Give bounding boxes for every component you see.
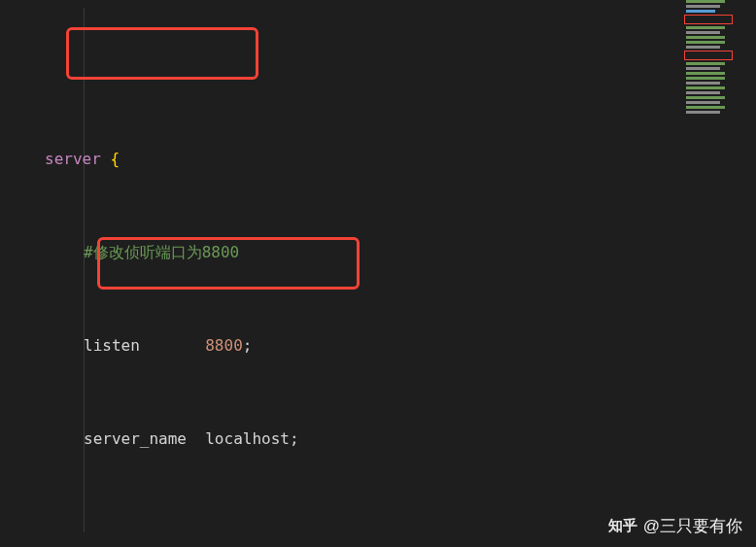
minimap-line [686, 46, 720, 49]
minimap-line [686, 41, 725, 44]
zhihu-logo-icon: 知乎 [608, 517, 637, 535]
port: 8800 [205, 336, 243, 355]
minimap-line [686, 5, 720, 8]
highlight-box-1 [66, 27, 258, 80]
minimap[interactable] [678, 0, 756, 175]
code-line: server_name localhost; [10, 427, 756, 451]
minimap-line [686, 77, 725, 80]
minimap-line [686, 0, 725, 3]
directive: listen [84, 336, 205, 355]
minimap-line [686, 101, 720, 104]
code-line: listen 8800; [10, 334, 756, 358]
minimap-line [686, 26, 725, 29]
minimap-line [686, 111, 720, 114]
code-line: server { [10, 148, 756, 171]
minimap-highlight [684, 51, 733, 60]
semi: ; [290, 429, 299, 448]
minimap-line [686, 31, 720, 34]
minimap-line [686, 82, 720, 85]
minimap-line [686, 36, 725, 39]
keyword: server [45, 150, 101, 168]
code-line: #修改侦听端口为8800 [10, 241, 756, 264]
watermark-text: @三只要有你 [643, 515, 742, 537]
minimap-line [686, 67, 720, 70]
minimap-line [686, 91, 720, 94]
directive: server_name localhost [84, 429, 290, 448]
minimap-highlight [684, 15, 733, 24]
minimap-line [686, 86, 725, 89]
comment: #修改侦听端口为8800 [84, 243, 239, 261]
minimap-line [686, 10, 715, 13]
code-editor[interactable]: server { #修改侦听端口为8800 listen 8800; serve… [0, 0, 756, 547]
watermark: 知乎 @三只要有你 [608, 515, 742, 537]
minimap-line [686, 106, 725, 109]
indent-guide [84, 8, 85, 532]
semi: ; [243, 336, 253, 355]
minimap-line [686, 96, 725, 99]
brace: { [101, 150, 120, 168]
minimap-line [686, 72, 725, 75]
minimap-line [686, 62, 725, 65]
